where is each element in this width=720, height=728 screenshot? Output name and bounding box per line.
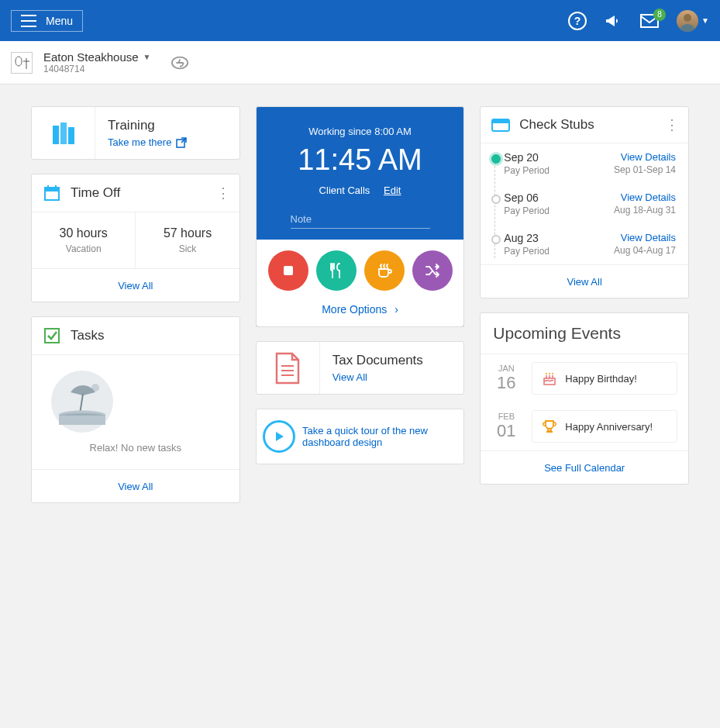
- stubs-more-icon[interactable]: ⋮: [665, 116, 677, 133]
- help-icon[interactable]: ?: [568, 12, 587, 30]
- tax-documents-card: Tax Documents View All: [256, 341, 465, 395]
- tasks-view-all[interactable]: View All: [118, 481, 153, 492]
- tour-text: Take a quick tour of the new dashboard d…: [302, 414, 463, 459]
- tasks-card: Tasks Relax! No new tasks View All: [31, 316, 240, 503]
- event-text: Happy Anniversary!: [565, 421, 653, 433]
- vacation-hours: 30 hours: [38, 226, 129, 240]
- notification-badge: 8: [653, 9, 666, 21]
- check-stubs-title: Check Stubs: [519, 117, 656, 133]
- tax-title: Tax Documents: [332, 353, 452, 368]
- sick-cell: 57 hours Sick: [136, 212, 239, 268]
- chevron-down-icon: ▼: [701, 16, 709, 25]
- checkbox-icon: [43, 326, 61, 345]
- svg-rect-11: [55, 185, 57, 189]
- stub-range: Aug 18-Aug 31: [614, 205, 676, 216]
- stub-item: Aug 23 Pay Period View Details Aug 04-Au…: [504, 224, 688, 264]
- shuffle-icon: [424, 262, 441, 279]
- timeoff-more-icon[interactable]: ⋮: [216, 185, 229, 202]
- stub-date: Sep 20: [504, 151, 614, 164]
- clock-edit-link[interactable]: Edit: [384, 185, 401, 196]
- document-icon: [257, 342, 320, 394]
- clock-card: Working since 8:00 AM 11:45 AM Client Ca…: [256, 106, 465, 327]
- svg-text:?: ?: [574, 15, 581, 27]
- timeoff-card: Time Off ⋮ 30 hours Vacation 57 hours Si…: [31, 174, 240, 302]
- break-button[interactable]: [364, 250, 405, 291]
- svg-rect-6: [68, 127, 74, 144]
- sick-hours: 57 hours: [142, 226, 233, 240]
- stub-view-details[interactable]: View Details: [614, 151, 676, 163]
- beach-umbrella-icon: [47, 371, 117, 433]
- vacation-cell: 30 hours Vacation: [32, 212, 136, 268]
- paycheck-icon: [491, 117, 510, 133]
- lunch-button[interactable]: [316, 250, 357, 291]
- timeoff-view-all[interactable]: View All: [118, 280, 153, 292]
- user-menu[interactable]: ▼: [677, 10, 709, 32]
- link-icon[interactable]: [171, 54, 188, 71]
- tasks-empty-message: Relax! No new tasks: [47, 442, 224, 454]
- training-title: Training: [108, 118, 227, 133]
- tasks-title: Tasks: [71, 328, 229, 343]
- training-link[interactable]: Take me there: [108, 136, 227, 148]
- menu-label: Menu: [46, 15, 73, 27]
- stub-period: Pay Period: [504, 205, 614, 216]
- menu-button[interactable]: Menu: [11, 10, 83, 32]
- stub-period: Pay Period: [504, 165, 614, 176]
- sick-label: Sick: [142, 243, 233, 254]
- svg-rect-12: [45, 329, 59, 343]
- event-day: 01: [491, 421, 521, 441]
- training-card: Training Take me there: [31, 106, 240, 160]
- stub-range: Aug 04-Aug 17: [614, 245, 676, 256]
- top-bar: Menu ? 8 ▼: [0, 0, 720, 41]
- stubs-view-all[interactable]: View All: [567, 276, 602, 288]
- calendar-icon: [43, 184, 61, 202]
- stub-period: Pay Period: [504, 246, 614, 257]
- avatar: [677, 10, 698, 32]
- stub-item: Sep 20 Pay Period View Details Sep 01-Se…: [504, 143, 688, 184]
- clock-activity: Client Calls: [319, 185, 370, 196]
- svg-point-2: [684, 14, 691, 22]
- switch-button[interactable]: [412, 250, 453, 291]
- svg-rect-9: [45, 188, 59, 191]
- stop-icon: [281, 264, 295, 278]
- dashboard: Training Take me there Time Off ⋮ 30 hou…: [0, 85, 720, 525]
- svg-rect-10: [47, 185, 49, 189]
- event-row: Jan 16 Happy Birthday!: [481, 354, 688, 402]
- coffee-icon: [375, 261, 394, 280]
- svg-rect-5: [60, 122, 67, 144]
- stub-view-details[interactable]: View Details: [614, 232, 676, 243]
- stub-range: Sep 01-Sep 14: [614, 164, 676, 175]
- hamburger-icon: [21, 15, 36, 27]
- stub-item: Sep 06 Pay Period View Details Aug 18-Au…: [504, 184, 688, 224]
- more-options-link[interactable]: More Options ›: [257, 297, 464, 326]
- note-input[interactable]: [291, 210, 430, 229]
- event-month: Feb: [491, 412, 521, 421]
- svg-point-28: [552, 373, 553, 374]
- training-icon: [32, 107, 95, 159]
- column-1: Training Take me there Time Off ⋮ 30 hou…: [31, 106, 240, 503]
- clock-since: Working since 8:00 AM: [272, 126, 449, 137]
- event-month: Jan: [491, 364, 521, 373]
- stub-date: Aug 23: [504, 232, 614, 244]
- column-2: Working since 8:00 AM 11:45 AM Client Ca…: [256, 106, 465, 464]
- column-3: Check Stubs ⋮ Sep 20 Pay Period View Det…: [480, 106, 689, 485]
- mail-icon[interactable]: 8: [639, 13, 660, 29]
- event-row: Feb 01 Happy Anniversary!: [481, 402, 688, 450]
- see-calendar-link[interactable]: See Full Calendar: [544, 462, 625, 474]
- stop-button[interactable]: [268, 250, 308, 291]
- tour-card[interactable]: Take a quick tour of the new dashboard d…: [256, 409, 465, 464]
- company-dropdown[interactable]: ▼: [143, 53, 151, 61]
- svg-point-26: [546, 373, 547, 374]
- company-info: Eaton Steakhouse ▼ 14048714: [43, 50, 151, 74]
- chevron-right-icon: ›: [394, 303, 398, 316]
- megaphone-icon[interactable]: [604, 12, 622, 30]
- company-selector-bar: Eaton Steakhouse ▼ 14048714: [0, 41, 720, 85]
- stub-view-details[interactable]: View Details: [614, 191, 676, 203]
- company-logo: [11, 52, 33, 74]
- events-title: Upcoming Events: [481, 313, 688, 354]
- tax-view-all[interactable]: View All: [332, 371, 452, 383]
- svg-rect-16: [284, 266, 293, 275]
- trophy-icon: [542, 419, 557, 434]
- check-stubs-card: Check Stubs ⋮ Sep 20 Pay Period View Det…: [480, 106, 689, 298]
- birthday-cake-icon: [542, 371, 557, 386]
- vacation-label: Vacation: [38, 243, 129, 254]
